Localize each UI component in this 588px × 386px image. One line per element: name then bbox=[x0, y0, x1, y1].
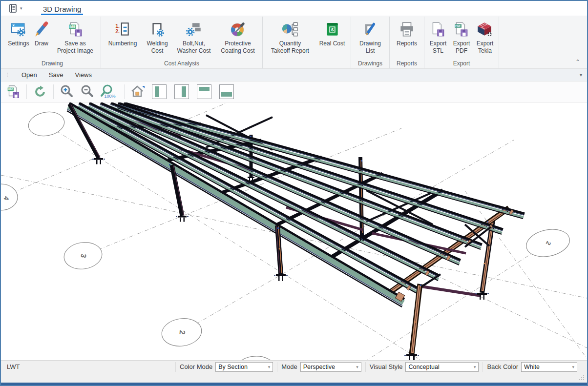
color-mode-label: Color Mode bbox=[180, 363, 212, 370]
zoom-in-button[interactable] bbox=[58, 83, 76, 101]
real-cost-button[interactable]: $ Real Cost bbox=[315, 19, 349, 48]
pencil-icon bbox=[33, 20, 50, 38]
journal-menu-icon bbox=[8, 2, 19, 14]
ribbon-collapse-chevron-icon[interactable]: ⌃ bbox=[575, 59, 580, 65]
dropdown-caret-icon: ▾ bbox=[474, 365, 476, 369]
quantity-takeoff-icon bbox=[281, 20, 299, 38]
view-bottom-button[interactable] bbox=[219, 84, 234, 99]
settings-icon bbox=[10, 20, 27, 38]
svg-text:$: $ bbox=[331, 27, 334, 32]
svg-text:2: 2 bbox=[178, 330, 187, 335]
mode-label: Mode bbox=[281, 363, 297, 370]
visual-style-group: Visual Style Conceptual ▾ bbox=[365, 362, 483, 372]
welding-cost-icon bbox=[148, 20, 166, 38]
welding-cost-button[interactable]: Welding Cost bbox=[142, 19, 172, 56]
back-color-label: Back Color bbox=[487, 363, 518, 370]
svg-text:IMG: IMG bbox=[69, 25, 75, 28]
export-stl-button[interactable]: Export STL bbox=[426, 19, 450, 56]
svg-text:2.: 2. bbox=[115, 28, 120, 34]
group-label-drawings: Drawings bbox=[353, 60, 387, 68]
reports-button[interactable]: Reports bbox=[392, 19, 422, 48]
coating-palette-icon bbox=[229, 20, 247, 38]
group-label-reports: Reports bbox=[392, 60, 422, 68]
numbering-button[interactable]: 1. 2. Numbering bbox=[103, 19, 142, 48]
dropdown-caret-icon: ▾ bbox=[572, 365, 574, 369]
image-file-save-icon: IMG bbox=[66, 20, 84, 38]
export-stl-icon bbox=[429, 20, 447, 38]
save-image-button[interactable]: IMG bbox=[4, 83, 22, 101]
export-pdf-button[interactable]: PDF Export PDF bbox=[450, 19, 473, 56]
resize-grip-icon[interactable] bbox=[578, 374, 585, 381]
group-label-cost-analysis: Cost Analysis bbox=[103, 60, 260, 68]
zoom-in-icon bbox=[59, 84, 75, 100]
tab-label: 3D Drawing bbox=[43, 5, 81, 13]
refresh-view-button[interactable] bbox=[31, 83, 49, 101]
printer-icon bbox=[398, 20, 416, 38]
tab-active-underline bbox=[41, 14, 83, 15]
view-left-icon bbox=[155, 86, 159, 97]
color-mode-select[interactable]: By Section ▾ bbox=[215, 362, 273, 372]
ribbon-group-drawing: Settings Draw IMG bbox=[4, 17, 101, 68]
status-bar: LWT Color Mode By Section ▾ Mode Perspec… bbox=[1, 360, 587, 373]
viewport-3d[interactable]: 4 3 2 2 bbox=[1, 102, 587, 360]
tab-3d-drawing[interactable]: 3D Drawing bbox=[41, 3, 83, 14]
bolt-nut-washer-icon bbox=[185, 20, 203, 38]
column-copper-end bbox=[412, 284, 420, 354]
export-tekla-button[interactable]: Export Tekla bbox=[473, 19, 497, 56]
refresh-icon bbox=[33, 84, 47, 99]
home-view-button[interactable] bbox=[128, 83, 147, 101]
home-icon bbox=[130, 84, 146, 100]
settings-button[interactable]: Settings bbox=[6, 19, 31, 48]
view-left-button[interactable] bbox=[152, 84, 167, 99]
menu-save[interactable]: Save bbox=[43, 70, 69, 80]
ribbon-group-export: Export STL PDF Export PDF bbox=[424, 17, 499, 68]
view-top-icon bbox=[199, 87, 210, 91]
color-mode-group: Color Mode By Section ▾ bbox=[175, 362, 277, 372]
menu-views[interactable]: Views bbox=[69, 70, 97, 80]
group-label-drawing: Drawing bbox=[6, 60, 99, 68]
toolbar-separator bbox=[53, 84, 54, 99]
zoom-out-button[interactable] bbox=[78, 83, 97, 101]
view-top-button[interactable] bbox=[197, 84, 211, 99]
window-bottom-border bbox=[1, 383, 587, 385]
image-file-save-icon: IMG bbox=[5, 84, 21, 100]
mode-group: Mode Perspective ▾ bbox=[277, 362, 365, 372]
title-bar: ▾ 3D Drawing bbox=[1, 1, 587, 16]
back-color-select[interactable]: White ▾ bbox=[521, 362, 577, 372]
real-cost-book-icon: $ bbox=[323, 20, 341, 38]
svg-text:100%: 100% bbox=[104, 94, 115, 99]
toolbar-separator bbox=[124, 84, 125, 99]
export-pdf-icon: PDF bbox=[453, 20, 470, 38]
ribbon-group-drawings: Drawing List Drawings bbox=[351, 17, 390, 68]
back-color-group: Back Color White ▾ bbox=[483, 362, 581, 372]
mode-select[interactable]: Perspective ▾ bbox=[300, 362, 361, 372]
ribbon-group-reports-tools: Quantity Takeoff Report $ Real Cost bbox=[263, 17, 351, 68]
numbering-icon: 1. 2. bbox=[114, 20, 131, 38]
menu-open[interactable]: Open bbox=[16, 70, 43, 80]
view-right-button[interactable] bbox=[174, 84, 189, 99]
bolt-nut-washer-cost-button[interactable]: Bolt,Nut, Washer Cost bbox=[172, 19, 215, 56]
svg-text:1.: 1. bbox=[115, 23, 120, 29]
view-right-icon bbox=[182, 86, 186, 97]
svg-text:IMG: IMG bbox=[8, 88, 14, 91]
visual-style-select[interactable]: Conceptual ▾ bbox=[405, 362, 479, 372]
zoom-100-button[interactable]: 100% bbox=[99, 83, 120, 101]
dropdown-caret-icon: ▾ bbox=[268, 365, 271, 369]
group-label-export: Export bbox=[426, 60, 497, 68]
quantity-takeoff-report-button[interactable]: Quantity Takeoff Report bbox=[265, 19, 315, 56]
ribbon: Settings Draw IMG bbox=[1, 16, 587, 69]
ribbon-group-reports: Reports Reports bbox=[390, 17, 424, 68]
export-tekla-icon bbox=[476, 20, 494, 38]
app-menu-button[interactable]: ▾ bbox=[8, 2, 35, 14]
protective-coating-cost-button[interactable]: Protective Coating Cost bbox=[215, 19, 260, 56]
visual-style-label: Visual Style bbox=[370, 363, 403, 370]
zoom-out-icon bbox=[80, 84, 95, 100]
draw-button[interactable]: Draw bbox=[31, 19, 52, 48]
toolbar-separator bbox=[26, 84, 27, 99]
dropdown-caret-icon: ▾ bbox=[356, 365, 358, 369]
purlins bbox=[67, 103, 525, 307]
menu-overflow-caret-icon[interactable]: ▾ bbox=[580, 72, 582, 78]
drawing-list-button[interactable]: Drawing List bbox=[353, 19, 387, 56]
save-as-project-image-button[interactable]: IMG Save as Project Image bbox=[52, 19, 99, 56]
toolbar-grip-handle[interactable]: ⋮ bbox=[5, 72, 11, 78]
